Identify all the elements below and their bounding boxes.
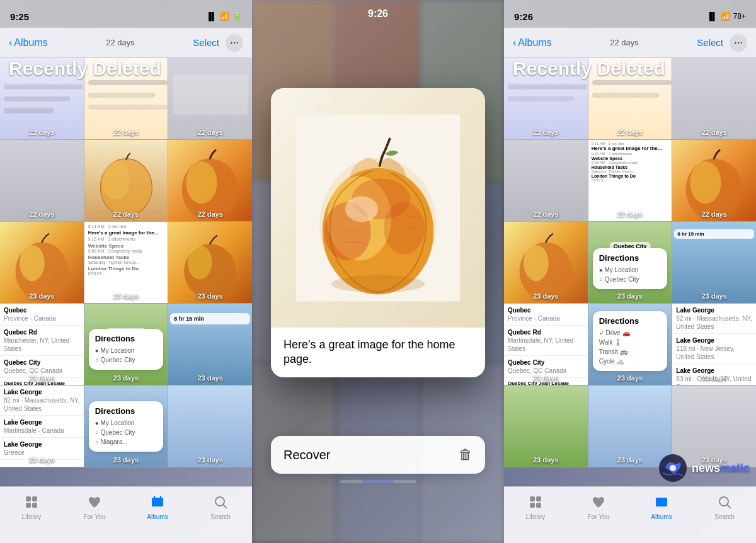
modal-caption: Here's a great image for the home page. bbox=[271, 328, 485, 377]
left-more-button[interactable]: ··· bbox=[226, 34, 243, 52]
right-cell-1-3-days: 22 days bbox=[672, 129, 756, 136]
left-cell-5-2[interactable]: Directions ● My Location ○ Quebec City ○… bbox=[84, 386, 169, 467]
left-cell-4-1-days: 23 days bbox=[0, 374, 84, 382]
right-status-icons: ▐▌ 📶 78+ bbox=[707, 12, 746, 21]
left-tab-search[interactable]: Search bbox=[189, 493, 252, 520]
right-tab-foryou-label: For You bbox=[588, 513, 609, 520]
left-select-button[interactable]: Select bbox=[193, 37, 219, 48]
left-status-time: 9:25 bbox=[10, 11, 29, 22]
left-cell-2-1-days: 22 days bbox=[0, 210, 84, 218]
right-nav-actions: Select ··· bbox=[697, 34, 747, 52]
left-tab-foryou-label: For You bbox=[84, 513, 105, 520]
left-tab-bar: Library For You Albums bbox=[0, 486, 252, 543]
right-cell-2-3[interactable]: 22 days bbox=[672, 140, 756, 221]
left-tab-search-label: Search bbox=[210, 513, 231, 520]
left-nav-actions: Select ··· bbox=[193, 34, 243, 52]
left-cell-3-2-days: 23 days bbox=[84, 292, 168, 300]
svg-point-24 bbox=[690, 161, 721, 203]
right-library-icon bbox=[527, 493, 544, 511]
svg-point-6 bbox=[20, 245, 45, 281]
left-cell-2-1[interactable]: 22 days bbox=[0, 140, 84, 221]
right-back-button[interactable]: ‹ Albums bbox=[513, 37, 552, 49]
signal-icon: ▐▌ bbox=[206, 12, 217, 21]
right-page-title-area: Recently Deleted bbox=[513, 58, 747, 79]
right-tab-foryou[interactable]: For You bbox=[567, 493, 630, 520]
right-cell-4-2[interactable]: Directions ✓ Drive 🚗 Walk 🚶 Transit 🚌 Cy… bbox=[588, 304, 673, 385]
left-page-title-area: Recently Deleted bbox=[9, 58, 243, 79]
albums-icon bbox=[149, 493, 166, 511]
right-select-button[interactable]: Select bbox=[697, 37, 723, 48]
newsmatic-badge: newsmatic bbox=[658, 453, 750, 483]
right-more-button[interactable]: ··· bbox=[730, 34, 747, 52]
left-cell-2-2[interactable]: 22 days bbox=[84, 140, 169, 221]
right-albums-link[interactable]: Albums bbox=[518, 37, 551, 49]
right-cell-4-3-days: 23 days bbox=[672, 374, 756, 382]
left-phone-panel: 9:25 ▐▌ 📶 🔋 ‹ Albums 22 days Select ··· … bbox=[0, 0, 252, 543]
newsmatic-text: newsmatic bbox=[692, 462, 750, 474]
right-cell-3-3-days: 23 days bbox=[672, 292, 756, 300]
right-cell-3-3[interactable]: 8 hr 15 min 23 days bbox=[672, 222, 756, 303]
svg-rect-29 bbox=[530, 503, 535, 508]
right-signal-icon: ▐▌ bbox=[707, 12, 718, 21]
right-cell-2-2[interactable]: 9:11 AM · 1 sec like Here's a great imag… bbox=[588, 140, 673, 221]
right-grid-row-4: Quebec Province - Canada Quebec Rd Marti… bbox=[504, 304, 756, 386]
right-days-badge: 22 days bbox=[610, 38, 639, 47]
right-cell-2-1[interactable]: 22 days bbox=[504, 140, 588, 221]
svg-rect-11 bbox=[26, 503, 31, 508]
right-tab-albums-label: Albums bbox=[651, 513, 672, 520]
left-cell-4-2[interactable]: Quebec City Directions ● My Location ○ Q… bbox=[84, 304, 169, 385]
right-cell-1-2-days: 22 days bbox=[588, 129, 672, 136]
left-cell-4-3[interactable]: 8 hr 15 min 23 days bbox=[168, 304, 252, 385]
right-status-time: 9:26 bbox=[514, 11, 533, 22]
left-cell-2-3-days: 22 days bbox=[168, 210, 252, 218]
left-grid-row-4: Quebec Province - Canada Quebec Rd Manch… bbox=[0, 304, 252, 386]
recover-bar[interactable]: Recover 🗑 bbox=[271, 436, 485, 474]
right-tab-search[interactable]: Search bbox=[693, 493, 756, 520]
right-cell-3-2-days: 23 days bbox=[588, 292, 672, 300]
scroll-position bbox=[362, 480, 394, 483]
right-nav-bar: ‹ Albums 22 days Select ··· bbox=[504, 28, 756, 58]
recover-label: Recover bbox=[284, 448, 330, 462]
svg-rect-27 bbox=[530, 496, 535, 501]
right-cell-5-1[interactable]: 23 days bbox=[504, 386, 588, 467]
newsmatic-icon bbox=[658, 453, 688, 483]
left-grid-row-2: 22 days 22 days bbox=[0, 140, 252, 222]
right-cell-4-3[interactable]: Lake George 82 mi · Massachusetts, NY, U… bbox=[672, 304, 756, 385]
left-cell-3-3[interactable]: 23 days bbox=[168, 222, 252, 303]
apple-illustration bbox=[296, 113, 460, 302]
svg-point-22 bbox=[331, 275, 425, 293]
left-cell-5-3[interactable]: 23 days bbox=[168, 386, 252, 467]
right-cell-3-2[interactable]: Quebec City Directions ● My Location ○ Q… bbox=[588, 222, 673, 303]
right-cell-3-1[interactable]: 23 days bbox=[504, 222, 588, 303]
right-phone-panel: 9:26 ▐▌ 📶 78+ ‹ Albums 22 days Select ··… bbox=[504, 0, 756, 543]
right-tab-albums[interactable]: Albums bbox=[630, 493, 693, 520]
left-cell-3-2[interactable]: 9:11 AM · 1 sec like Here's a great imag… bbox=[84, 222, 169, 303]
right-cell-2-3-days: 22 days bbox=[672, 210, 756, 218]
left-tab-albums[interactable]: Albums bbox=[126, 493, 189, 520]
left-cell-5-1[interactable]: Lake George 82 mi · Massachusetts, NY, U… bbox=[0, 386, 84, 467]
left-back-button[interactable]: ‹ Albums bbox=[9, 37, 48, 49]
right-tab-library[interactable]: Library bbox=[504, 493, 567, 520]
left-status-bar: 9:25 ▐▌ 📶 🔋 bbox=[0, 0, 252, 28]
middle-status-bar: 9:26 bbox=[252, 0, 504, 28]
left-tab-library[interactable]: Library bbox=[0, 493, 63, 520]
right-wifi-icon: 📶 bbox=[721, 12, 730, 21]
left-cell-2-3[interactable]: 22 days bbox=[168, 140, 252, 221]
left-tab-foryou[interactable]: For You bbox=[63, 493, 126, 520]
right-grid-row-2: 22 days 9:11 AM · 1 sec like Here's a gr… bbox=[504, 140, 756, 222]
left-cell-3-1[interactable]: 23 days bbox=[0, 222, 84, 303]
middle-time: 9:26 bbox=[368, 8, 388, 20]
svg-rect-28 bbox=[536, 496, 541, 501]
modal-image-area bbox=[271, 88, 485, 328]
svg-rect-9 bbox=[26, 496, 31, 501]
right-cell-5-1-days: 23 days bbox=[504, 456, 588, 464]
right-cell-4-1[interactable]: Quebec Province - Canada Quebec Rd Marti… bbox=[504, 304, 588, 385]
albums-link[interactable]: Albums bbox=[14, 37, 47, 49]
left-cell-4-1[interactable]: Quebec Province - Canada Quebec Rd Manch… bbox=[0, 304, 84, 385]
svg-point-2 bbox=[102, 161, 129, 200]
left-nav-bar: ‹ Albums 22 days Select ··· bbox=[0, 28, 252, 58]
right-albums-icon bbox=[653, 493, 670, 511]
chevron-left-icon: ‹ bbox=[9, 37, 12, 49]
search-icon bbox=[212, 493, 229, 511]
right-tab-search-label: Search bbox=[714, 513, 735, 520]
